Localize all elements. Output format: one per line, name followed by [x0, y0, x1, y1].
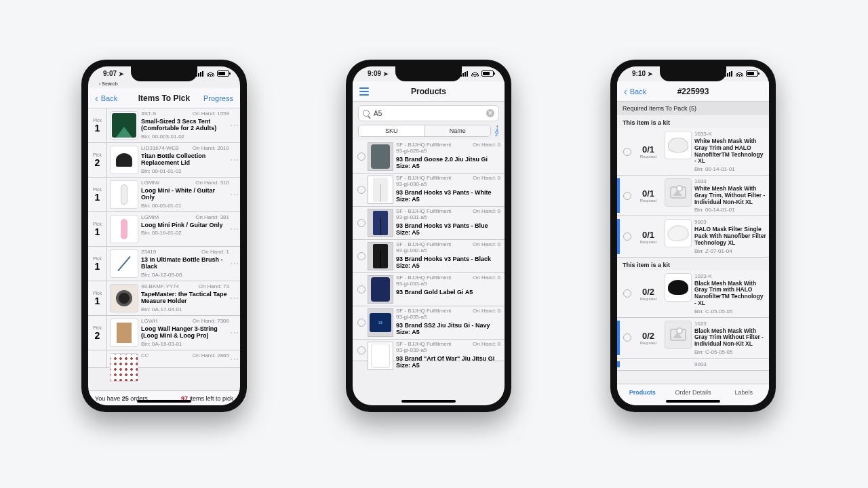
product-thumb — [110, 215, 138, 243]
pick-row[interactable]: Pick1LGMIWOn Hand: 310Loog Mini - White … — [88, 178, 240, 212]
pick-row[interactable]: Pick1LGMIMOn Hand: 381Loog Mini Pink / G… — [88, 212, 240, 247]
select-radio[interactable] — [355, 275, 368, 304]
more-icon[interactable]: ⋮ — [229, 108, 240, 142]
product-row[interactable]: 93SF - BJJHQ Fulfillment93-gi-035-a5On H… — [353, 306, 505, 340]
pick-qty: Pick1 — [88, 281, 107, 315]
tab-labels[interactable]: Labels — [718, 384, 769, 400]
home-indicator[interactable] — [137, 400, 191, 403]
select-radio[interactable] — [355, 342, 368, 359]
pick-qty — [88, 350, 107, 367]
notch — [660, 66, 726, 81]
more-icon[interactable]: ⋮ — [229, 247, 240, 281]
more-icon[interactable]: ⋮ — [229, 350, 240, 367]
pack-row[interactable]: 0/2Required1023Black Mesh Mask With Gray… — [617, 318, 769, 359]
more-icon[interactable]: ⋮ — [229, 316, 240, 350]
tab-products[interactable]: Products — [617, 384, 668, 400]
more-icon[interactable]: ⋮ — [229, 178, 240, 211]
pack-row[interactable]: 0/1Required1033-KWhite Mesh Mask With Gr… — [617, 128, 769, 176]
select-radio[interactable] — [620, 131, 635, 172]
pick-qty: Pick2 — [88, 316, 107, 350]
search-icon — [363, 110, 370, 117]
pack-row[interactable]: 0/2Required1023-KBlack Mesh Mask With Gr… — [617, 270, 769, 318]
pick-row[interactable]: Pick13ST-SOn Hand: 1559Small-Sized 3 Sec… — [88, 108, 240, 143]
product-thumb: 93 — [368, 308, 393, 337]
select-radio[interactable] — [355, 142, 368, 171]
product-row[interactable]: SF - BJJHQ Fulfillment93-gi-033-a5On Han… — [353, 273, 505, 306]
pack-info: 9003HALO Mask Filter Single Pack With Na… — [694, 219, 766, 253]
pick-row[interactable]: Pick148-BKMF-YY74On Hand: 73TapeMaster: … — [88, 281, 240, 316]
sku-name-segment[interactable]: SKU Name — [358, 125, 491, 137]
chevron-left-icon: ‹ — [624, 87, 627, 96]
product-row[interactable]: SF - BJJHQ Fulfillment93-gi-031-a5On Han… — [353, 207, 505, 240]
select-radio[interactable] — [620, 273, 635, 314]
product-info: SF - BJJHQ Fulfillment93-gi-028-a5On Han… — [396, 142, 500, 171]
screen: 9:07 ➤ ‹ Search ‹ — [88, 66, 240, 405]
products-list[interactable]: SF - BJJHQ Fulfillment93-gi-028-a5On Han… — [353, 140, 505, 405]
breadcrumb[interactable]: ‹ Search — [99, 81, 118, 86]
product-row[interactable]: SF - BJJHQ Fulfillment93-gi-028-a5On Han… — [353, 140, 505, 174]
phone-frame: 9:09 ➤ Products — [346, 60, 511, 412]
kit-header: This item is a kit — [617, 115, 769, 128]
navbar: Products — [353, 81, 505, 102]
product-row[interactable]: SF - BJJHQ Fulfillment93-gi-039-a5On Han… — [353, 340, 505, 361]
pack-info: 1033-KWhite Mesh Mask With Gray Trim and… — [694, 131, 766, 172]
sort-icon[interactable]: ↑AZ — [495, 125, 499, 137]
more-icon[interactable]: ⋮ — [229, 143, 240, 177]
product-info: SF - BJJHQ Fulfillment93-gi-039-a5On Han… — [396, 342, 500, 359]
select-radio[interactable] — [620, 219, 635, 253]
image-placeholder-icon — [670, 329, 686, 341]
search-value: A5 — [374, 110, 382, 117]
product-thumb — [110, 319, 138, 347]
select-radio[interactable] — [355, 308, 368, 337]
pick-row[interactable]: Pick2LID31674-WEBOn Hand: 2010Titan Bott… — [88, 143, 240, 178]
product-thumb — [665, 321, 692, 349]
home-indicator[interactable] — [666, 400, 720, 403]
pick-info: LGMIMOn Hand: 381Loog Mini Pink / Guitar… — [141, 212, 229, 246]
pack-row[interactable]: 9003 — [617, 359, 769, 371]
product-thumb — [665, 131, 692, 159]
product-thumb — [110, 284, 138, 312]
select-radio[interactable] — [620, 361, 635, 367]
search-input[interactable]: A5 ✕ — [358, 105, 499, 121]
segment-sku[interactable]: SKU — [359, 125, 425, 136]
page-title: Items To Pick — [138, 94, 190, 103]
more-icon[interactable]: ⋮ — [229, 281, 240, 315]
pack-row[interactable]: 0/1Required9003HALO Mask Filter Single P… — [617, 216, 769, 257]
select-radio[interactable] — [355, 209, 368, 237]
items-list[interactable]: Pick13ST-SOn Hand: 1559Small-Sized 3 Sec… — [88, 108, 240, 390]
home-indicator[interactable] — [401, 400, 456, 403]
pack-info: 1023-KBlack Mesh Mask With Gray Trim wit… — [694, 273, 766, 314]
pack-info: 1023Black Mesh Mask With Gray Trim Witho… — [694, 321, 766, 355]
segment-name[interactable]: Name — [425, 125, 491, 136]
product-thumb — [368, 342, 393, 370]
product-row[interactable]: SF - BJJHQ Fulfillment93-gi-032-a5On Han… — [353, 240, 505, 273]
pick-row[interactable]: CCOn Hand: 2865⋮ — [88, 350, 240, 368]
progress-button[interactable]: Progress — [203, 94, 233, 102]
tab-order-details[interactable]: Order Details — [668, 384, 719, 400]
clear-search-icon[interactable]: ✕ — [486, 109, 494, 117]
location-icon: ➤ — [383, 70, 389, 77]
select-radio[interactable] — [620, 178, 635, 213]
product-info: SF - BJJHQ Fulfillment93-gi-031-a5On Han… — [396, 209, 500, 237]
more-icon[interactable]: ⋮ — [229, 212, 240, 246]
product-info: SF - BJJHQ Fulfillment93-gi-032-a5On Han… — [396, 242, 500, 270]
back-button[interactable]: ‹ Back — [95, 94, 117, 103]
pack-row[interactable]: 0/1Required1033White Mesh Mask With Gray… — [617, 176, 769, 216]
status-time: 9:09 ➤ — [368, 70, 389, 77]
status-right — [725, 70, 758, 77]
select-radio[interactable] — [355, 176, 368, 204]
hamburger-icon — [359, 87, 369, 96]
back-button[interactable]: ‹ Back — [624, 87, 646, 96]
select-radio[interactable] — [355, 242, 368, 270]
select-radio[interactable] — [620, 321, 635, 355]
navbar: ‹ Back #225993 — [617, 81, 769, 102]
status-time: 9:07 ➤ — [103, 70, 124, 77]
menu-button[interactable] — [359, 87, 369, 96]
pick-row[interactable]: Pick123419On Hand: 113 in Ultimate Bottl… — [88, 247, 240, 281]
product-row[interactable]: SF - BJJHQ Fulfillment93-gi-030-a5On Han… — [353, 174, 505, 207]
status-time: 9:10 ➤ — [632, 70, 653, 77]
product-thumb — [665, 178, 692, 207]
wifi-icon — [736, 71, 743, 77]
pack-list[interactable]: This item is a kit0/1Required1033-KWhite… — [617, 115, 769, 384]
pick-row[interactable]: Pick2LGWHOn Hand: 7306Loog Wall Hanger 3… — [88, 316, 240, 350]
